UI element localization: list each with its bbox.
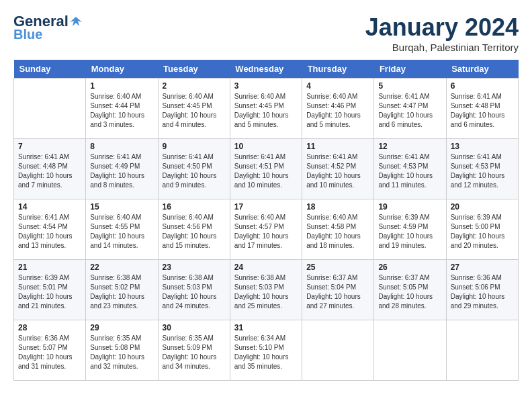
title-area: January 2024 Burqah, Palestinian Territo…: [365, 13, 519, 53]
cell-content: Sunrise: 6:40 AM Sunset: 4:44 PM Dayligh…: [90, 92, 153, 130]
day-number: 21: [18, 263, 81, 272]
day-number: 8: [90, 142, 153, 151]
day-number: 18: [306, 202, 369, 212]
calendar-cell: 6Sunrise: 6:41 AM Sunset: 4:48 PM Daylig…: [446, 79, 518, 139]
calendar-cell: 12Sunrise: 6:41 AM Sunset: 4:53 PM Dayli…: [374, 139, 446, 199]
day-number: 11: [306, 142, 369, 151]
cell-content: Sunrise: 6:39 AM Sunset: 5:00 PM Dayligh…: [451, 213, 514, 250]
calendar-cell: [14, 79, 86, 139]
calendar-cell: 9Sunrise: 6:41 AM Sunset: 4:50 PM Daylig…: [158, 139, 230, 199]
day-number: 13: [451, 142, 514, 151]
day-number: 27: [451, 263, 514, 272]
week-row-5: 28Sunrise: 6:36 AM Sunset: 5:07 PM Dayli…: [14, 320, 519, 381]
calendar-cell: 16Sunrise: 6:40 AM Sunset: 4:56 PM Dayli…: [158, 199, 230, 260]
calendar-cell: 10Sunrise: 6:41 AM Sunset: 4:51 PM Dayli…: [230, 139, 302, 199]
calendar-cell: 27Sunrise: 6:36 AM Sunset: 5:06 PM Dayli…: [446, 260, 518, 320]
calendar-cell: 15Sunrise: 6:40 AM Sunset: 4:55 PM Dayli…: [86, 199, 158, 260]
cell-content: Sunrise: 6:40 AM Sunset: 4:55 PM Dayligh…: [90, 213, 153, 250]
column-header-tuesday: Tuesday: [158, 60, 230, 79]
day-number: 16: [163, 202, 226, 212]
day-number: 3: [234, 81, 298, 91]
calendar-cell: 3Sunrise: 6:40 AM Sunset: 4:45 PM Daylig…: [230, 79, 302, 139]
cell-content: Sunrise: 6:41 AM Sunset: 4:53 PM Dayligh…: [451, 152, 514, 190]
cell-content: Sunrise: 6:41 AM Sunset: 4:48 PM Dayligh…: [18, 152, 81, 190]
calendar-cell: 25Sunrise: 6:37 AM Sunset: 5:04 PM Dayli…: [302, 260, 374, 320]
week-row-2: 7Sunrise: 6:41 AM Sunset: 4:48 PM Daylig…: [14, 139, 519, 199]
logo-bird-icon: [70, 15, 82, 28]
week-row-3: 14Sunrise: 6:41 AM Sunset: 4:54 PM Dayli…: [14, 199, 519, 260]
day-number: 10: [234, 142, 298, 151]
calendar-cell: 17Sunrise: 6:40 AM Sunset: 4:57 PM Dayli…: [230, 199, 302, 260]
day-number: 12: [378, 142, 441, 151]
calendar-cell: 4Sunrise: 6:40 AM Sunset: 4:46 PM Daylig…: [302, 79, 374, 139]
calendar-cell: 21Sunrise: 6:39 AM Sunset: 5:01 PM Dayli…: [14, 260, 86, 320]
cell-content: Sunrise: 6:41 AM Sunset: 4:51 PM Dayligh…: [234, 152, 298, 190]
cell-content: Sunrise: 6:41 AM Sunset: 4:47 PM Dayligh…: [378, 92, 441, 130]
logo: General Blue: [13, 13, 82, 42]
cell-content: Sunrise: 6:38 AM Sunset: 5:03 PM Dayligh…: [234, 273, 298, 311]
cell-content: Sunrise: 6:35 AM Sunset: 5:09 PM Dayligh…: [163, 334, 226, 371]
day-number: 29: [90, 323, 153, 332]
cell-content: Sunrise: 6:41 AM Sunset: 4:50 PM Dayligh…: [163, 152, 226, 190]
day-number: 30: [163, 323, 226, 332]
header-row: SundayMondayTuesdayWednesdayThursdayFrid…: [14, 60, 519, 79]
calendar-cell: 29Sunrise: 6:35 AM Sunset: 5:08 PM Dayli…: [86, 320, 158, 381]
cell-content: Sunrise: 6:37 AM Sunset: 5:05 PM Dayligh…: [378, 273, 441, 311]
cell-content: Sunrise: 6:40 AM Sunset: 4:46 PM Dayligh…: [306, 92, 369, 130]
week-row-4: 21Sunrise: 6:39 AM Sunset: 5:01 PM Dayli…: [14, 260, 519, 320]
day-number: 2: [163, 81, 226, 91]
cell-content: Sunrise: 6:41 AM Sunset: 4:49 PM Dayligh…: [90, 152, 153, 190]
day-number: 14: [18, 202, 81, 212]
column-header-monday: Monday: [86, 60, 158, 79]
svg-marker-0: [70, 17, 82, 26]
cell-content: Sunrise: 6:38 AM Sunset: 5:02 PM Dayligh…: [90, 273, 153, 311]
calendar-cell: 26Sunrise: 6:37 AM Sunset: 5:05 PM Dayli…: [374, 260, 446, 320]
day-number: 4: [306, 81, 369, 91]
cell-content: Sunrise: 6:41 AM Sunset: 4:53 PM Dayligh…: [378, 152, 441, 190]
day-number: 5: [378, 81, 441, 91]
day-number: 25: [306, 263, 369, 272]
logo-text-blue: Blue: [13, 27, 42, 42]
calendar-cell: 13Sunrise: 6:41 AM Sunset: 4:53 PM Dayli…: [446, 139, 518, 199]
calendar-cell: 20Sunrise: 6:39 AM Sunset: 5:00 PM Dayli…: [446, 199, 518, 260]
cell-content: Sunrise: 6:40 AM Sunset: 4:45 PM Dayligh…: [234, 92, 298, 130]
cell-content: Sunrise: 6:39 AM Sunset: 5:01 PM Dayligh…: [18, 273, 81, 311]
column-header-thursday: Thursday: [302, 60, 374, 79]
column-header-friday: Friday: [374, 60, 446, 79]
calendar-cell: 23Sunrise: 6:38 AM Sunset: 5:03 PM Dayli…: [158, 260, 230, 320]
calendar-cell: 5Sunrise: 6:41 AM Sunset: 4:47 PM Daylig…: [374, 79, 446, 139]
calendar-cell: 8Sunrise: 6:41 AM Sunset: 4:49 PM Daylig…: [86, 139, 158, 199]
cell-content: Sunrise: 6:39 AM Sunset: 4:59 PM Dayligh…: [378, 213, 441, 250]
cell-content: Sunrise: 6:38 AM Sunset: 5:03 PM Dayligh…: [163, 273, 226, 311]
cell-content: Sunrise: 6:41 AM Sunset: 4:48 PM Dayligh…: [451, 92, 514, 130]
calendar-cell: [302, 320, 374, 381]
cell-content: Sunrise: 6:34 AM Sunset: 5:10 PM Dayligh…: [234, 334, 298, 371]
cell-content: Sunrise: 6:40 AM Sunset: 4:56 PM Dayligh…: [163, 213, 226, 250]
column-header-sunday: Sunday: [14, 60, 86, 79]
calendar-cell: 18Sunrise: 6:40 AM Sunset: 4:58 PM Dayli…: [302, 199, 374, 260]
month-title: January 2024: [365, 13, 519, 42]
cell-content: Sunrise: 6:36 AM Sunset: 5:06 PM Dayligh…: [451, 273, 514, 311]
cell-content: Sunrise: 6:35 AM Sunset: 5:08 PM Dayligh…: [90, 334, 153, 371]
calendar-cell: 22Sunrise: 6:38 AM Sunset: 5:02 PM Dayli…: [86, 260, 158, 320]
day-number: 1: [90, 81, 153, 91]
day-number: 7: [18, 142, 81, 151]
cell-content: Sunrise: 6:40 AM Sunset: 4:57 PM Dayligh…: [234, 213, 298, 250]
calendar-cell: 2Sunrise: 6:40 AM Sunset: 4:45 PM Daylig…: [158, 79, 230, 139]
calendar-cell: 24Sunrise: 6:38 AM Sunset: 5:03 PM Dayli…: [230, 260, 302, 320]
day-number: 19: [378, 202, 441, 212]
calendar-cell: 11Sunrise: 6:41 AM Sunset: 4:52 PM Dayli…: [302, 139, 374, 199]
calendar-cell: 7Sunrise: 6:41 AM Sunset: 4:48 PM Daylig…: [14, 139, 86, 199]
calendar-cell: 30Sunrise: 6:35 AM Sunset: 5:09 PM Dayli…: [158, 320, 230, 381]
column-header-wednesday: Wednesday: [230, 60, 302, 79]
cell-content: Sunrise: 6:36 AM Sunset: 5:07 PM Dayligh…: [18, 334, 81, 371]
day-number: 9: [163, 142, 226, 151]
calendar-cell: 1Sunrise: 6:40 AM Sunset: 4:44 PM Daylig…: [86, 79, 158, 139]
day-number: 26: [378, 263, 441, 272]
day-number: 23: [163, 263, 226, 272]
cell-content: Sunrise: 6:40 AM Sunset: 4:45 PM Dayligh…: [163, 92, 226, 130]
calendar-cell: [446, 320, 518, 381]
page-header: General Blue January 2024 Burqah, Palest…: [13, 13, 519, 53]
day-number: 15: [90, 202, 153, 212]
location: Burqah, Palestinian Territory: [365, 42, 519, 53]
